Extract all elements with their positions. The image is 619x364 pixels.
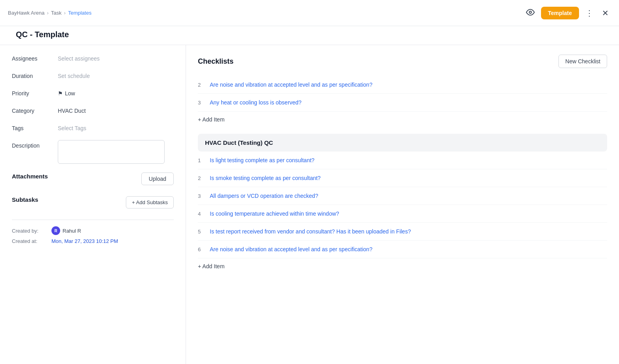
flag-icon: ⚑ — [58, 90, 63, 97]
breadcrumb-sep1: › — [47, 10, 49, 16]
assignees-value[interactable]: Select assignees — [58, 53, 100, 62]
checklist-group-header: HVAC Duct (Testing) QC — [198, 134, 607, 152]
list-item: 2 Is smoke testing complete as per consu… — [198, 169, 607, 187]
item-number: 3 — [198, 193, 205, 199]
description-label: Description — [12, 140, 51, 149]
description-row: Description — [12, 140, 174, 164]
subtasks-section: Subtasks + Add Subtasks — [12, 196, 174, 209]
header-actions: Template ⋮ ✕ — [524, 6, 611, 20]
divider — [12, 220, 174, 220]
tags-row: Tags Select Tags — [12, 123, 174, 131]
list-item: 4 Is cooling temperature achieved within… — [198, 205, 607, 223]
created-at-value: Mon, Mar 27, 2023 10:12 PM — [51, 238, 118, 244]
checklist-group-1: 2 Are noise and vibration at accepted le… — [198, 76, 607, 127]
duration-label: Duration — [12, 70, 51, 79]
item-text[interactable]: Are noise and vibration at accepted leve… — [210, 246, 372, 252]
created-by-value: R Rahul R — [51, 226, 81, 235]
add-item-button-2[interactable]: + Add Item — [198, 258, 224, 274]
upload-button[interactable]: Upload — [141, 173, 174, 185]
breadcrumb-templates[interactable]: Templates — [68, 10, 91, 16]
category-label: Category — [12, 105, 51, 114]
created-by-row: Created by: R Rahul R — [12, 226, 174, 235]
left-panel: Assignees Select assignees Duration Set … — [0, 45, 186, 364]
category-value[interactable]: HVAC Duct — [58, 105, 86, 114]
breadcrumb-task[interactable]: Task — [51, 10, 62, 16]
priority-flag: ⚑ Low — [58, 90, 75, 97]
item-number: 2 — [198, 82, 205, 88]
priority-text: Low — [65, 90, 75, 97]
attachments-title: Attachments — [12, 173, 48, 180]
created-at-row: Created at: Mon, Mar 27, 2023 10:12 PM — [12, 238, 174, 244]
new-checklist-button[interactable]: New Checklist — [558, 55, 607, 68]
list-item: 3 All dampers or VCD operation are check… — [198, 187, 607, 205]
checklists-title: Checklists — [198, 57, 234, 66]
add-item-button-1[interactable]: + Add Item — [198, 112, 224, 127]
attachments-header: Attachments Upload — [12, 173, 174, 185]
checklist-items-1: 2 Are noise and vibration at accepted le… — [198, 76, 607, 112]
tags-value[interactable]: Select Tags — [58, 123, 86, 131]
subtasks-header: Subtasks + Add Subtasks — [12, 196, 174, 209]
item-number: 4 — [198, 210, 205, 217]
item-number: 3 — [198, 99, 205, 106]
breadcrumb-sep2: › — [64, 10, 66, 16]
svg-point-0 — [529, 11, 532, 13]
main-layout: Assignees Select assignees Duration Set … — [0, 45, 619, 364]
item-text[interactable]: Is light testing complete as per consult… — [210, 157, 315, 163]
right-panel: Checklists New Checklist 2 Are noise and… — [186, 45, 619, 364]
top-bar: QC - Template — [0, 26, 619, 45]
item-text[interactable]: Are noise and vibration at accepted leve… — [210, 82, 372, 88]
attachments-section: Attachments Upload — [12, 173, 174, 185]
item-text[interactable]: All dampers or VCD operation are checked… — [210, 193, 318, 199]
meta-section: Created by: R Rahul R Created at: Mon, M… — [12, 226, 174, 244]
created-at-label: Created at: — [12, 238, 47, 244]
list-item: 5 Is test report received from vendor an… — [198, 223, 607, 241]
duration-row: Duration Set schedule — [12, 70, 174, 79]
template-button[interactable]: Template — [541, 7, 579, 19]
close-button[interactable]: ✕ — [600, 6, 611, 20]
item-text[interactable]: Is cooling temperature achieved within t… — [210, 210, 339, 217]
header: BayHawk Arena › Task › Templates Templat… — [0, 0, 619, 26]
list-item: 3 Any heat or cooling loss is observed? — [198, 94, 607, 112]
eye-icon — [526, 8, 535, 17]
breadcrumb-bayhawk[interactable]: BayHawk Arena — [8, 10, 45, 16]
assignees-label: Assignees — [12, 53, 51, 62]
item-text[interactable]: Is test report received from vendor and … — [210, 228, 411, 235]
item-text[interactable]: Is smoke testing complete as per consult… — [210, 175, 321, 181]
category-row: Category HVAC Duct — [12, 105, 174, 114]
item-text[interactable]: Any heat or cooling loss is observed? — [210, 99, 302, 106]
add-subtasks-button[interactable]: + Add Subtasks — [126, 196, 174, 209]
page-title: QC - Template — [8, 26, 611, 39]
item-number: 5 — [198, 228, 205, 235]
list-item: 6 Are noise and vibration at accepted le… — [198, 241, 607, 258]
item-number: 1 — [198, 157, 205, 163]
subtasks-title: Subtasks — [12, 196, 38, 203]
preview-button[interactable] — [524, 6, 537, 20]
more-options-button[interactable]: ⋮ — [583, 6, 596, 20]
right-panel-header: Checklists New Checklist — [198, 55, 607, 68]
description-input[interactable] — [58, 140, 165, 164]
duration-value[interactable]: Set schedule — [58, 70, 90, 79]
priority-value[interactable]: ⚑ Low — [58, 88, 75, 97]
checklist-group-2: HVAC Duct (Testing) QC 1 Is light testin… — [198, 134, 607, 274]
item-number: 6 — [198, 246, 205, 252]
list-item: 1 Is light testing complete as per consu… — [198, 152, 607, 169]
checklist-items-2: 1 Is light testing complete as per consu… — [198, 152, 607, 258]
avatar: R — [51, 226, 60, 235]
priority-row: Priority ⚑ Low — [12, 88, 174, 97]
created-by-name: Rahul R — [63, 228, 81, 234]
app-container: BayHawk Arena › Task › Templates Templat… — [0, 0, 619, 364]
list-item: 2 Are noise and vibration at accepted le… — [198, 76, 607, 94]
priority-label: Priority — [12, 88, 51, 97]
assignees-row: Assignees Select assignees — [12, 53, 174, 62]
breadcrumb: BayHawk Arena › Task › Templates — [8, 10, 91, 16]
tags-label: Tags — [12, 123, 51, 131]
item-number: 2 — [198, 175, 205, 181]
created-by-label: Created by: — [12, 228, 47, 234]
